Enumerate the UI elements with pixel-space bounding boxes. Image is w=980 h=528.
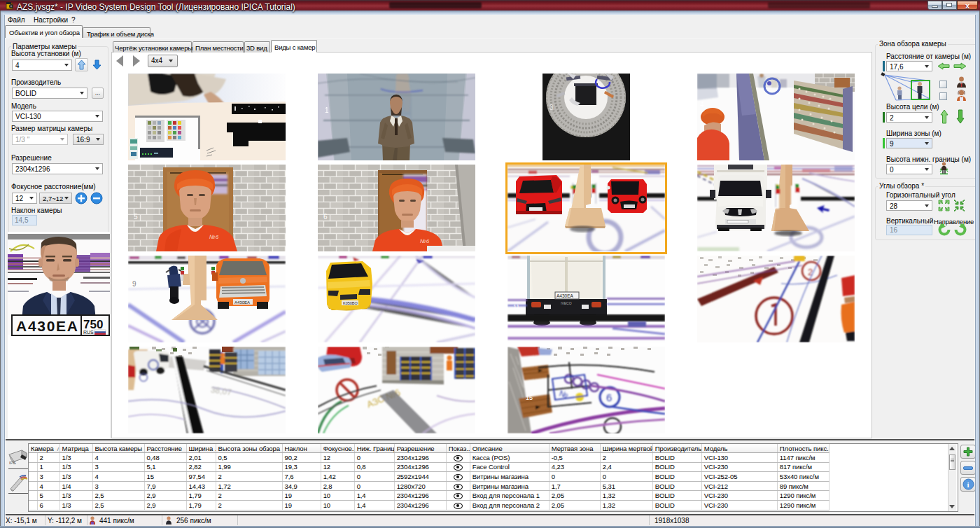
svg-text:9: 9: [132, 280, 136, 288]
svg-text:№6: №6: [209, 234, 219, 240]
svg-text:6: 6: [606, 391, 612, 403]
svg-text:K050BO: K050BO: [343, 301, 358, 305]
svg-text:3: 3: [550, 104, 554, 111]
svg-text:A430EA: A430EA: [234, 300, 250, 305]
svg-text:15: 15: [526, 394, 533, 401]
svg-text:RUS: RUS: [83, 330, 94, 335]
svg-text:5: 5: [134, 213, 138, 221]
svg-text:№6: №6: [420, 238, 430, 244]
svg-text:IVECO: IVECO: [561, 301, 572, 305]
svg-text:IPS: IPS: [9, 461, 16, 465]
svg-text:6: 6: [323, 213, 328, 221]
svg-text:А430ЕА: А430ЕА: [16, 318, 78, 334]
svg-text:4: 4: [700, 101, 704, 109]
svg-text:A430EA: A430EA: [556, 293, 574, 298]
svg-text:1: 1: [325, 106, 329, 114]
svg-text:11: 11: [513, 303, 519, 310]
svg-text:i: i: [967, 480, 969, 489]
